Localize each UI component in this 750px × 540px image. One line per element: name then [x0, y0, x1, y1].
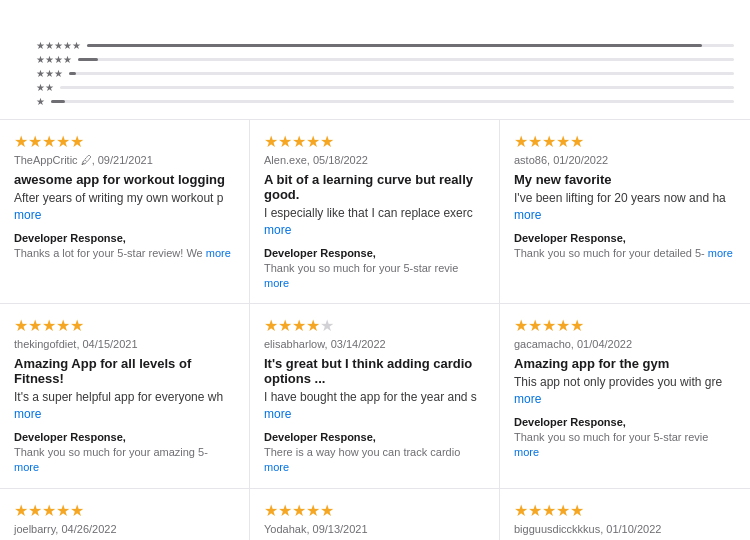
dev-response-label: Developer Response, — [14, 232, 235, 244]
dev-more-link[interactable]: more — [206, 247, 231, 259]
dev-response-label: Developer Response, — [264, 247, 485, 259]
rating-bars: ★★★★★ ★★★★ ★★★ ★★ ★ — [36, 36, 734, 107]
reviews-grid: ★★★★★ TheAppCritic 🖊, 09/21/2021 awesome… — [0, 119, 750, 540]
more-link[interactable]: more — [14, 208, 41, 222]
review-stars: ★★★★★ — [514, 132, 736, 151]
dev-response-body: Thank you so much for your amazing 5- mo… — [14, 445, 235, 476]
review-title: Amazing App for all levels of Fitness! — [14, 356, 235, 386]
more-link[interactable]: more — [514, 392, 541, 406]
bar-row-5: ★★★★★ — [36, 40, 734, 51]
review-meta: TheAppCritic 🖊, 09/21/2021 — [14, 154, 235, 166]
review-title: awesome app for workout logging — [14, 172, 235, 187]
review-meta: gacamacho, 01/04/2022 — [514, 338, 736, 350]
review-card: ★★★★★ elisabharlow, 03/14/2022 It's grea… — [250, 304, 500, 488]
review-card: ★★★★★ bigguusdicckkkus, 01/10/2022 Conve… — [500, 489, 750, 540]
review-stars: ★★★★★ — [264, 132, 485, 151]
review-stars: ★★★★★ — [514, 501, 736, 520]
review-body: This app not only provides you with gre … — [514, 374, 736, 408]
review-title: A bit of a learning curve but really goo… — [264, 172, 485, 202]
review-stars: ★★★★★ — [14, 132, 235, 151]
dev-more-link[interactable]: more — [264, 461, 289, 473]
dev-response-body: Thanks a lot for your 5-star review! We … — [14, 246, 235, 261]
review-stars: ★★★★★ — [14, 316, 235, 335]
bar-row-2: ★★ — [36, 82, 734, 93]
review-meta: elisabharlow, 03/14/2022 — [264, 338, 485, 350]
dev-response-label: Developer Response, — [264, 431, 485, 443]
review-card: ★★★★★ TheAppCritic 🖊, 09/21/2021 awesome… — [0, 120, 250, 304]
dev-more-link[interactable]: more — [264, 277, 289, 289]
bar-row-4: ★★★★ — [36, 54, 734, 65]
review-title: It's great but I think adding cardio opt… — [264, 356, 485, 386]
review-title: My new favorite — [514, 172, 736, 187]
review-stars: ★★★★★ — [14, 501, 235, 520]
review-stars: ★★★★★ — [514, 316, 736, 335]
dev-response-body: Thank you so much for your 5-star revie … — [514, 430, 736, 461]
bar-row-1: ★ — [36, 96, 734, 107]
review-body: After years of writing my own workout p … — [14, 190, 235, 224]
review-title: Amazing app for the gym — [514, 356, 736, 371]
dev-more-link[interactable]: more — [14, 461, 39, 473]
review-card: ★★★★★ thekingofdiet, 04/15/2021 Amazing … — [0, 304, 250, 488]
review-card: ★★★★★ joelbarry, 04/26/2022 Four days pe… — [0, 489, 250, 540]
review-meta: thekingofdiet, 04/15/2021 — [14, 338, 235, 350]
dev-response-label: Developer Response, — [514, 416, 736, 428]
review-meta: bigguusdicckkkus, 01/10/2022 — [514, 523, 736, 535]
dev-response-body: Thank you so much for your detailed 5- m… — [514, 246, 736, 261]
review-meta: joelbarry, 04/26/2022 — [14, 523, 235, 535]
dev-response-body: There is a way how you can track cardio … — [264, 445, 485, 476]
summary-section: ★★★★★ ★★★★ ★★★ ★★ ★ — [0, 22, 750, 119]
review-body: It's a super helpful app for everyone wh… — [14, 389, 235, 423]
review-card: ★★★★★ asto86, 01/20/2022 My new favorite… — [500, 120, 750, 304]
review-meta: Alen.exe, 05/18/2022 — [264, 154, 485, 166]
review-body: I've been lifting for 20 years now and h… — [514, 190, 736, 224]
more-link[interactable]: more — [264, 223, 291, 237]
page-header — [0, 0, 750, 22]
review-body: I especially like that I can replace exe… — [264, 205, 485, 239]
more-link[interactable]: more — [514, 208, 541, 222]
review-body: I have bought the app for the year and s… — [264, 389, 485, 423]
more-link[interactable]: more — [264, 407, 291, 421]
review-card: ★★★★★ Yodahak, 09/13/2021 Great tool to … — [250, 489, 500, 540]
dev-response-label: Developer Response, — [514, 232, 736, 244]
dev-response-label: Developer Response, — [14, 431, 235, 443]
dev-more-link[interactable]: more — [708, 247, 733, 259]
review-meta: Yodahak, 09/13/2021 — [264, 523, 485, 535]
more-link[interactable]: more — [14, 407, 41, 421]
review-stars: ★★★★★ — [264, 501, 485, 520]
review-stars: ★★★★★ — [264, 316, 485, 335]
dev-more-link[interactable]: more — [514, 446, 539, 458]
bar-row-3: ★★★ — [36, 68, 734, 79]
dev-response-body: Thank you so much for your 5-star revie … — [264, 261, 485, 292]
review-card: ★★★★★ Alen.exe, 05/18/2022 A bit of a le… — [250, 120, 500, 304]
review-card: ★★★★★ gacamacho, 01/04/2022 Amazing app … — [500, 304, 750, 488]
review-meta: asto86, 01/20/2022 — [514, 154, 736, 166]
